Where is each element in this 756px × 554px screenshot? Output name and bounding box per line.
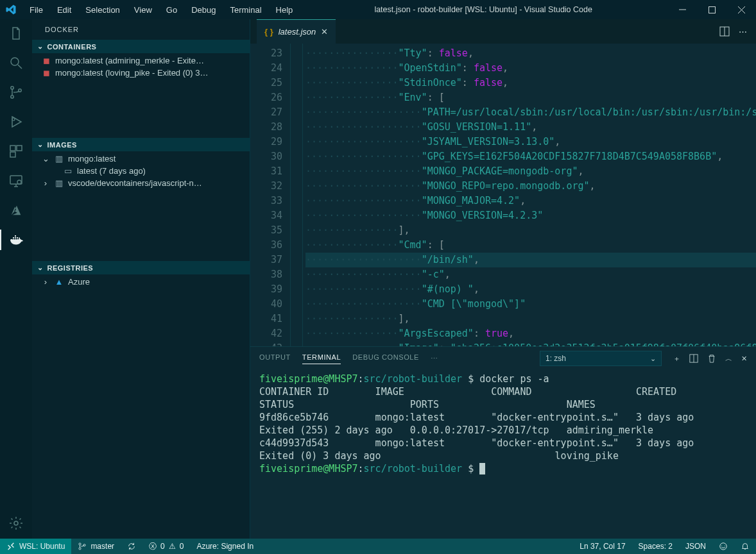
status-bar: WSL: Ubuntu master ⓧ0 ⚠0 Azure: Signed I… [0,539,756,554]
settings-gear-icon[interactable] [8,516,24,531]
image-item[interactable]: ⌄ ▥ mongo:latest [32,153,250,165]
svg-rect-0 [709,6,715,13]
container-stopped-icon: ◼ [41,56,51,65]
status-branch-label: master [90,542,114,551]
menu-go[interactable]: Go [160,3,184,17]
container-item[interactable]: ◼ mongo:latest (admiring_merkle - Exite… [32,55,250,67]
split-terminal-icon[interactable] [689,354,698,363]
debug-icon[interactable] [8,114,24,130]
status-bell-icon[interactable] [734,542,756,551]
status-azure[interactable]: Azure: Signed In [190,542,260,551]
status-problems[interactable]: ⓧ0 ⚠0 [142,541,190,552]
azure-icon: ▲ [54,277,64,287]
panel-tab-output[interactable]: OUTPUT [259,353,291,364]
search-icon[interactable] [8,55,24,71]
terminal-select[interactable]: 1: zsh ⌄ [540,351,662,366]
menu-bar: File Edit Selection View Go Debug Termin… [23,3,299,17]
svg-point-17 [720,543,727,550]
menu-selection[interactable]: Selection [79,3,126,17]
kill-terminal-icon[interactable] [707,354,716,363]
section-label: REGISTRIES [47,264,94,272]
panel-close-icon[interactable]: ✕ [741,355,747,363]
source-control-icon[interactable] [8,85,24,100]
section-header-registries[interactable]: ⌄ REGISTRIES [32,261,250,274]
section-label: IMAGES [47,141,77,149]
more-actions-icon[interactable]: ⋯ [739,27,747,37]
image-item[interactable]: › ▥ vscode/devcontainers/javascript-n… [32,177,250,189]
chevron-down-icon: ⌄ [41,154,50,164]
status-remote-label: WSL: Ubuntu [19,542,65,551]
terminal-select-label: 1: zsh [546,354,566,363]
menu-view[interactable]: View [128,3,159,17]
section-label: CONTAINERS [47,43,97,51]
container-item[interactable]: ◼ mongo:latest (loving_pike - Exited (0)… [32,67,250,79]
line-number-gutter: 2324252627282930313233343536373839404142… [250,44,290,346]
status-branch[interactable]: master [71,542,121,551]
editor-tabs: { } latest.json ✕ ⋯ [250,19,756,44]
registry-item[interactable]: › ▲ Azure [32,276,250,288]
menu-debug[interactable]: Debug [185,3,222,17]
container-label: mongo:latest (admiring_merkle - Exite… [55,56,204,65]
status-sync[interactable] [121,542,142,551]
panel-tab-debug-console[interactable]: DEBUG CONSOLE [352,353,419,364]
svg-rect-6 [10,146,15,151]
container-label: mongo:latest (loving_pike - Exited (0) 3… [55,68,208,78]
tab-latest-json[interactable]: { } latest.json ✕ [257,19,336,44]
status-remote[interactable]: WSL: Ubuntu [0,539,71,554]
extensions-icon[interactable] [8,144,24,159]
chevron-down-icon: ⌄ [37,140,44,149]
svg-point-10 [17,180,21,184]
section-header-containers[interactable]: ⌄ CONTAINERS [32,40,250,53]
code-area[interactable]: ················"Tty": false,···········… [303,44,756,346]
window-close-button[interactable] [726,0,756,19]
menu-file[interactable]: File [23,3,49,17]
tab-close-icon[interactable]: ✕ [321,27,328,37]
section-header-images[interactable]: ⌄ IMAGES [32,138,250,151]
svg-point-1 [11,58,19,65]
image-group-icon: ▥ [54,178,64,188]
panel-chevron-up-icon[interactable]: ︿ [725,354,732,364]
window-maximize-button[interactable] [697,0,726,19]
bottom-panel: OUTPUT TERMINAL DEBUG CONSOLE ⋯ 1: zsh ⌄… [250,346,756,539]
svg-rect-8 [10,152,15,157]
image-tag-label: latest (7 days ago) [77,166,146,176]
fold-column [290,44,303,346]
status-errors: 0 [160,542,165,551]
status-cursor[interactable]: Ln 37, Col 17 [573,542,631,551]
json-file-icon: { } [264,27,273,37]
panel-tab-terminal[interactable]: TERMINAL [302,353,341,364]
image-tag-item[interactable]: ▭ latest (7 days ago) [32,165,250,177]
menu-help[interactable]: Help [270,3,300,17]
chevron-down-icon: ⌄ [37,264,44,272]
status-feedback-icon[interactable] [712,542,734,551]
new-terminal-icon[interactable]: ＋ [673,354,680,364]
editor[interactable]: 2324252627282930313233343536373839404142… [250,44,756,346]
terminal[interactable]: fiveisprime@MHSP7:src/robot-builder $ do… [250,370,756,539]
warning-icon: ⚠ [169,542,176,551]
window-minimize-button[interactable] [667,0,697,19]
panel-more-icon[interactable]: ⋯ [431,355,438,363]
menu-terminal[interactable]: Terminal [223,3,268,17]
image-tag-icon: ▭ [63,166,73,176]
menu-edit[interactable]: Edit [51,3,78,17]
registry-label: Azure [68,277,90,287]
docker-icon[interactable] [8,232,24,248]
remote-explorer-icon[interactable] [8,173,24,189]
vscode-logo-icon [5,4,17,15]
split-editor-icon[interactable] [719,26,730,37]
explorer-icon[interactable] [8,26,24,41]
svg-rect-9 [10,176,22,184]
svg-point-11 [14,521,18,525]
sidebar-title: DOCKER [32,19,250,40]
status-spaces[interactable]: Spaces: 2 [632,542,679,551]
title-bar: File Edit Selection View Go Debug Termin… [0,0,756,19]
sidebar: DOCKER ⌄ CONTAINERS ◼ mongo:latest (admi… [32,19,250,539]
status-language[interactable]: JSON [679,542,712,551]
chevron-right-icon: › [41,277,50,287]
chevron-down-icon: ⌄ [650,355,656,363]
chevron-down-icon: ⌄ [37,42,44,51]
svg-point-14 [79,543,81,545]
chevron-right-icon: › [41,178,50,188]
window-title: latest.json - robot-builder [WSL: Ubuntu… [299,5,667,14]
azure-icon[interactable] [8,203,24,218]
